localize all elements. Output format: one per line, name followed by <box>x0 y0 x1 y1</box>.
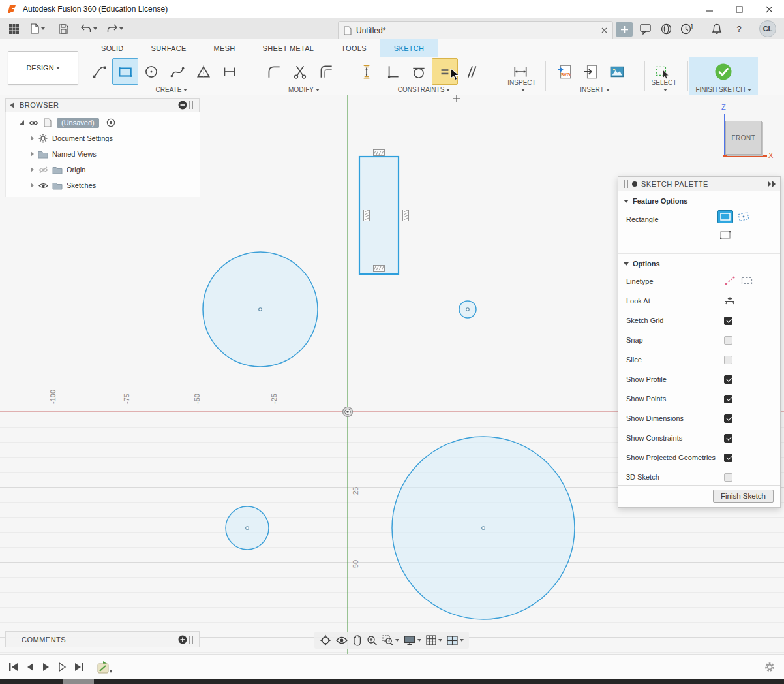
sketch-circle-center-point[interactable] <box>466 308 470 311</box>
browser-item-origin[interactable]: Origin <box>6 162 200 178</box>
display-settings-button[interactable] <box>402 633 423 647</box>
help-button[interactable]: ? <box>731 21 747 37</box>
circle-tool-button[interactable] <box>138 58 164 85</box>
insert-image-tool-button[interactable] <box>604 58 630 85</box>
look-at-icon[interactable] <box>724 296 736 306</box>
insert-svg-tool-button[interactable]: SVG <box>552 58 578 85</box>
three-point-rectangle-button[interactable] <box>717 228 733 241</box>
timeline-sketch-feature[interactable] <box>95 659 113 675</box>
save-button[interactable] <box>55 21 72 37</box>
web-button[interactable] <box>657 21 674 37</box>
collapse-left-icon[interactable] <box>10 102 14 108</box>
activate-document-radio[interactable] <box>106 118 116 127</box>
visibility-eye-icon[interactable] <box>28 119 38 127</box>
two-point-rectangle-button[interactable] <box>717 210 733 223</box>
sketch-palette-header[interactable]: SKETCH PALETTE <box>618 177 780 191</box>
horizontal-vertical-constraint-button[interactable] <box>380 58 406 85</box>
orbit-button[interactable] <box>318 633 333 647</box>
line-tool-button[interactable] <box>86 58 112 85</box>
centerline-icon[interactable] <box>741 276 753 287</box>
browser-item-label[interactable]: Document Settings <box>52 134 113 142</box>
expand-icon[interactable] <box>31 167 34 172</box>
browser-item-sketches[interactable]: Sketches <box>6 178 200 193</box>
viewcube-front-face[interactable]: FRONT <box>725 121 762 155</box>
palette-grip[interactable] <box>624 180 628 188</box>
timeline-step-back-button[interactable] <box>22 659 38 675</box>
timeline-go-to-end-button[interactable] <box>71 659 87 675</box>
data-panel-button[interactable] <box>5 21 22 37</box>
close-button[interactable] <box>754 0 784 18</box>
browser-item-label[interactable]: Named Views <box>52 150 97 158</box>
visibility-eye-off-icon[interactable] <box>38 166 48 174</box>
tab-sheet-metal[interactable]: SHEET METAL <box>249 39 328 57</box>
expand-icon[interactable] <box>31 136 34 141</box>
expand-icon[interactable] <box>31 183 34 188</box>
show-projected-geometries-checkbox[interactable] <box>724 454 732 462</box>
sketch-circle-center-point[interactable] <box>482 527 485 530</box>
feature-options-section-header[interactable]: Feature Options <box>618 191 780 209</box>
collapse-right-icon[interactable] <box>767 181 776 187</box>
tab-mesh[interactable]: MESH <box>200 39 249 57</box>
sketch-grid-checkbox[interactable] <box>724 317 732 325</box>
undo-button[interactable] <box>77 21 100 37</box>
3d-sketch-checkbox[interactable] <box>724 473 732 482</box>
comments-button[interactable] <box>637 21 654 37</box>
expand-icon[interactable] <box>31 151 34 157</box>
grid-settings-button[interactable] <box>424 633 444 647</box>
zoom-button[interactable] <box>365 633 380 647</box>
new-document-tab-button[interactable] <box>616 22 633 37</box>
browser-item-label[interactable]: (Unsaved) <box>57 118 99 128</box>
minimize-button[interactable] <box>694 0 724 18</box>
timeline-settings-button[interactable] <box>762 659 777 675</box>
tab-tools[interactable]: TOOLS <box>327 39 380 57</box>
insert-dxf-tool-button[interactable] <box>578 58 604 85</box>
center-rectangle-button[interactable] <box>736 210 751 223</box>
finish-sketch-palette-button[interactable]: Finish Sketch <box>713 490 774 503</box>
trim-tool-button[interactable] <box>287 58 313 85</box>
tab-solid[interactable]: SOLID <box>87 39 138 57</box>
sketch-circle-center-point[interactable] <box>246 527 249 530</box>
add-comment-icon[interactable] <box>178 635 187 644</box>
timeline-go-to-start-button[interactable] <box>5 659 21 675</box>
slice-checkbox[interactable] <box>724 356 732 364</box>
avatar[interactable]: CL <box>759 20 776 37</box>
file-menu-button[interactable] <box>26 21 48 37</box>
finish-sketch-button[interactable] <box>710 58 736 85</box>
maximize-button[interactable] <box>724 0 754 18</box>
expanded-icon[interactable] <box>19 120 24 125</box>
viewports-button[interactable] <box>445 633 466 647</box>
tab-surface[interactable]: SURFACE <box>138 39 200 57</box>
browser-item-label[interactable]: Origin <box>67 166 85 174</box>
document-tab[interactable]: Untitled* <box>338 21 613 39</box>
tangent-constraint-button[interactable] <box>406 58 432 85</box>
browser-item-unsaved[interactable]: (Unsaved) <box>6 115 200 131</box>
modify-group-label[interactable]: MODIFY <box>261 86 347 93</box>
timeline-step-forward-button[interactable] <box>55 659 70 675</box>
design-workspace-dropdown[interactable]: DESIGN <box>8 51 78 85</box>
fillet-tool-button[interactable] <box>261 58 287 85</box>
construction-line-icon[interactable] <box>724 276 736 287</box>
create-group-label[interactable]: CREATE <box>86 86 257 93</box>
constraints-group-label[interactable]: CONSTRAINTS <box>354 86 494 93</box>
show-profile-checkbox[interactable] <box>724 375 732 384</box>
finish-sketch-label[interactable]: FINISH SKETCH <box>689 86 758 93</box>
close-tab-icon[interactable] <box>601 27 607 33</box>
collapse-all-icon[interactable] <box>178 101 187 110</box>
insert-group-label[interactable]: INSERT <box>552 86 638 93</box>
snap-checkbox[interactable] <box>724 336 732 345</box>
pan-button[interactable] <box>350 633 364 647</box>
offset-tool-button[interactable] <box>313 58 339 85</box>
parallel-constraint-button[interactable] <box>458 58 484 85</box>
tab-sketch[interactable]: SKETCH <box>380 39 438 57</box>
look-at-button[interactable] <box>334 633 350 647</box>
polygon-tool-button[interactable] <box>190 58 217 85</box>
inspect-group-label[interactable]: INSPECT <box>507 79 536 93</box>
panel-grip[interactable] <box>189 636 193 644</box>
spline-tool-button[interactable] <box>164 58 190 85</box>
browser-item-label[interactable]: Sketches <box>67 181 96 189</box>
select-group-label[interactable]: SELECT <box>650 79 678 93</box>
slot-tool-button[interactable] <box>217 58 243 85</box>
show-points-checkbox[interactable] <box>724 395 732 403</box>
zoom-window-button[interactable] <box>380 633 401 647</box>
notifications-button[interactable] <box>708 21 725 37</box>
